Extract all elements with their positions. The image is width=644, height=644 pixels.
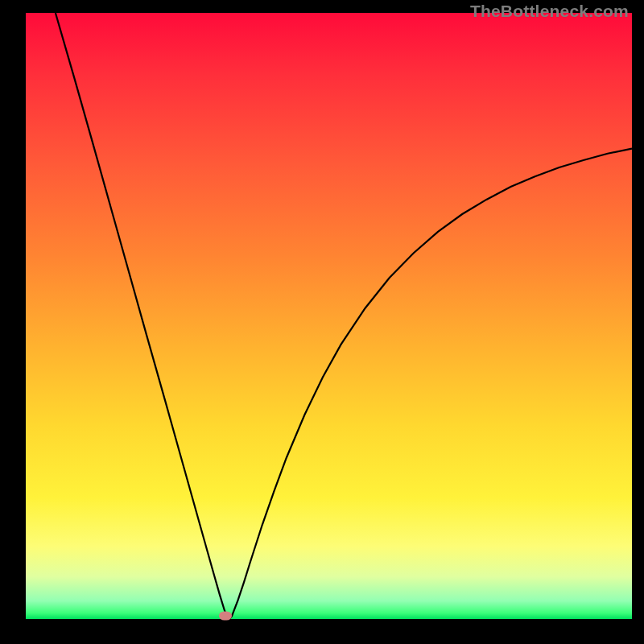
minimum-marker (219, 612, 232, 621)
plot-area: TheBottleneck.com (26, 13, 632, 619)
chart-container: TheBottleneck.com (0, 0, 644, 644)
bottleneck-curve (26, 13, 632, 619)
